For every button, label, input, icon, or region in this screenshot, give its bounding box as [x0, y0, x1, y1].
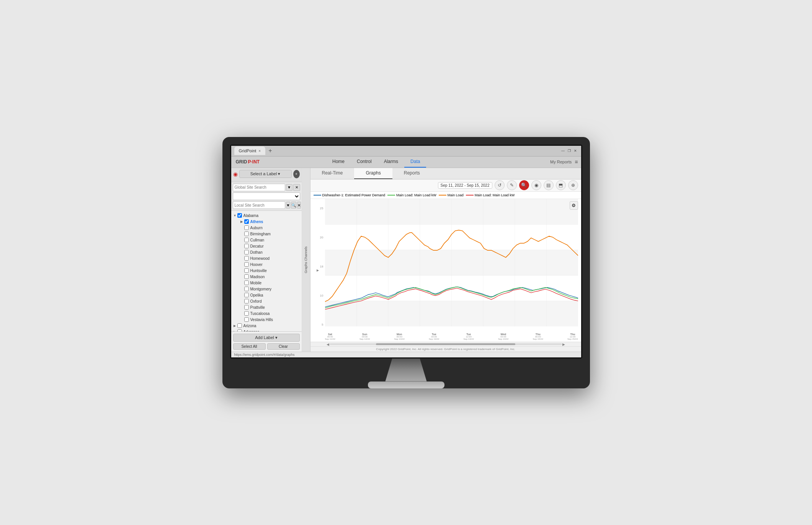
- tree-checkbox-prattville[interactable]: [244, 305, 249, 310]
- edit-button[interactable]: ✎: [507, 180, 517, 190]
- tree-item-montgomery[interactable]: ▶ Montgomery: [231, 286, 302, 292]
- tree-item-decatur[interactable]: ▶ Decatur: [231, 243, 302, 249]
- tree-item-hoover[interactable]: ▶ Hoover: [231, 261, 302, 267]
- x-label-wed: Wed 00:00 Sep 14/22: [498, 333, 508, 340]
- tree-checkbox-opelika[interactable]: [244, 293, 249, 297]
- select-all-button[interactable]: Select All: [233, 343, 266, 350]
- local-search-clear-button[interactable]: ✕: [297, 202, 301, 209]
- nav-alarms[interactable]: Alarms: [378, 156, 404, 168]
- logo-grid-text: GRID: [236, 159, 247, 165]
- tree-checkbox-montgomery[interactable]: [244, 287, 249, 291]
- x-label-thu2: Thu 12:00 Sep 15/22: [567, 333, 578, 340]
- tree-checkbox-madison[interactable]: [244, 274, 249, 279]
- local-search-button[interactable]: 🔍: [291, 202, 296, 209]
- select-label-button[interactable]: Select a Label ▾: [239, 170, 292, 178]
- tree-checkbox-dothan[interactable]: [244, 250, 249, 254]
- nav-control[interactable]: Control: [351, 156, 378, 168]
- tab-graphs[interactable]: Graphs: [354, 168, 392, 179]
- tree-checkbox-huntsville[interactable]: [244, 268, 249, 273]
- tree-checkbox-tuscaloosa[interactable]: [244, 311, 249, 316]
- tree-item-alabama[interactable]: ▼ Alabama: [231, 212, 302, 218]
- global-site-search[interactable]: [233, 184, 285, 191]
- scrollbar-thumb[interactable]: [376, 343, 515, 345]
- tab-reports-label: Reports: [404, 170, 420, 176]
- tree-item-madison[interactable]: ▶ Madison: [231, 274, 302, 280]
- hamburger-icon[interactable]: ≡: [575, 159, 578, 165]
- tree-item-arizona[interactable]: ▶ Arizona: [231, 323, 302, 329]
- tree-item-oxford[interactable]: ▶ Oxford: [231, 298, 302, 304]
- new-tab-button[interactable]: +: [267, 147, 273, 155]
- tree-label-oxford: Oxford: [250, 299, 262, 303]
- location-button[interactable]: ◉: [531, 180, 541, 190]
- tab-close-icon[interactable]: ×: [258, 149, 261, 153]
- tree-checkbox-cullman[interactable]: [244, 238, 249, 242]
- nav-home[interactable]: Home: [326, 156, 351, 168]
- legend-color-mainload-red: [466, 195, 474, 196]
- tree-checkbox-birmingham[interactable]: [244, 232, 249, 236]
- tree-arrow-arizona: ▶: [234, 324, 237, 328]
- tree-checkbox-homewood[interactable]: [244, 256, 249, 261]
- tree-checkbox-athens[interactable]: [244, 219, 249, 224]
- scroll-left-arrow[interactable]: ◀: [327, 342, 329, 346]
- y-label-10: 10: [320, 294, 323, 297]
- tree-item-tuscaloosa[interactable]: ▶ Tuscaloosa: [231, 310, 302, 316]
- tree-item-homewood[interactable]: ▶ Homewood: [231, 255, 302, 261]
- global-search-filter-button[interactable]: ▼: [286, 184, 293, 191]
- sidebar-dropdown[interactable]: [233, 192, 300, 200]
- tree-item-birmingham[interactable]: ▶ Birmingham: [231, 231, 302, 237]
- close-button[interactable]: ✕: [573, 148, 578, 153]
- refresh-button[interactable]: ↺: [495, 180, 505, 190]
- tree-item-opelika[interactable]: ▶ Opelika: [231, 292, 302, 298]
- minimize-button[interactable]: —: [560, 148, 566, 153]
- date-range: Sep 11, 2022 - Sep 15, 2022: [438, 182, 492, 189]
- tree-item-mobile[interactable]: ▶ Mobile: [231, 280, 302, 286]
- global-search-clear-button[interactable]: ✕: [293, 184, 300, 191]
- expand-button[interactable]: ⊕: [568, 180, 578, 190]
- tree-checkbox-arizona[interactable]: [237, 323, 242, 328]
- tree-checkbox-hoover[interactable]: [244, 262, 249, 267]
- tree-label-birmingham: Birmingham: [250, 232, 271, 236]
- legend-label-mainload-red: Main Load: Main Load kW: [475, 193, 515, 197]
- scroll-right-arrow[interactable]: ▶: [562, 342, 565, 346]
- tree-item-athens[interactable]: ▶ Athens: [231, 218, 302, 225]
- tree-checkbox-vestavia-hills[interactable]: [244, 317, 249, 322]
- search-active-button[interactable]: 🔍: [519, 180, 529, 190]
- legend-item-mainload-red: Main Load: Main Load kW: [466, 193, 515, 197]
- tree-checkbox-auburn[interactable]: [244, 225, 249, 230]
- graph-settings-button[interactable]: ⚙: [570, 201, 578, 210]
- export-button[interactable]: ⬒: [556, 180, 566, 190]
- tree-item-huntsville[interactable]: ▶ Huntsville: [231, 267, 302, 274]
- monitor-stand: [383, 359, 429, 382]
- table-button[interactable]: ▤: [544, 180, 554, 190]
- tree-item-auburn[interactable]: ▶ Auburn: [231, 225, 302, 231]
- y-label-18: 18: [320, 265, 323, 268]
- tab-reports[interactable]: Reports: [392, 168, 431, 179]
- local-site-search[interactable]: [233, 201, 285, 209]
- maximize-button[interactable]: ❐: [567, 148, 572, 153]
- tree-item-cullman[interactable]: ▶ Cullman: [231, 237, 302, 243]
- add-label-button[interactable]: Add Label ▾: [233, 334, 300, 342]
- legend-label-dishwasher: Dishwasher-1: Estimated Power Demand: [322, 193, 386, 197]
- graph-scrollbar[interactable]: ◀ ▶: [310, 342, 581, 346]
- graph-legend: Dishwasher-1: Estimated Power Demand Mai…: [310, 192, 581, 199]
- browser-tab[interactable]: GridPoint ×: [234, 147, 266, 155]
- local-search-filter-button[interactable]: ▼: [286, 202, 291, 209]
- x-axis: Sat 00:00 Sep 11/22 Sun 00:00 Sep 12/22 …: [325, 333, 578, 340]
- clear-button[interactable]: Clear: [267, 343, 300, 350]
- scrollbar-track[interactable]: [330, 343, 562, 345]
- tree-item-dothan[interactable]: ▶ Dothan: [231, 249, 302, 255]
- tree-checkbox-decatur[interactable]: [244, 244, 249, 248]
- graph-svg: [325, 199, 578, 326]
- my-reports-link[interactable]: My Reports: [550, 160, 572, 164]
- navbar-right: My Reports ≡: [550, 159, 581, 165]
- sidebar-map-button[interactable]: +: [293, 170, 300, 178]
- tree-item-vestavia-hills[interactable]: ▶ Vestavia Hills: [231, 316, 302, 323]
- monitor: GridPoint × + — ❐ ✕ GRIDP·INT Home Contr…: [222, 137, 590, 388]
- tree-checkbox-alabama[interactable]: [237, 213, 242, 218]
- nav-data[interactable]: Data: [404, 156, 426, 168]
- tab-realtime[interactable]: Real-Time: [310, 168, 355, 179]
- tree-checkbox-oxford[interactable]: [244, 299, 249, 303]
- tree-checkbox-mobile[interactable]: [244, 280, 249, 285]
- tree-item-prattville[interactable]: ▶ Prattville: [231, 304, 302, 310]
- graphs-channel-tab[interactable]: Graphs Channels: [302, 168, 310, 352]
